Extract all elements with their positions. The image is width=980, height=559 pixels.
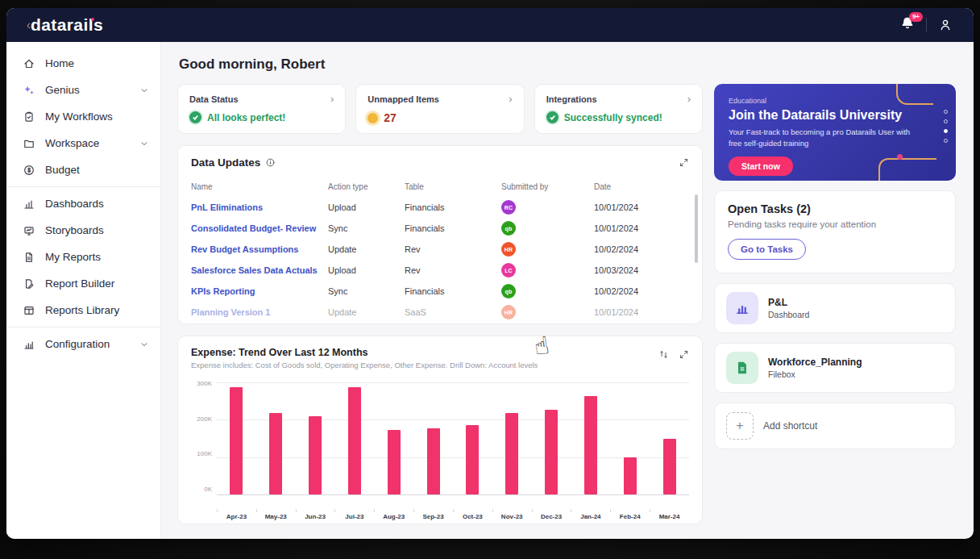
row-name-link[interactable]: Rev Budget Assumptions xyxy=(191,244,328,254)
row-name-link[interactable]: KPIs Reporting xyxy=(191,286,328,296)
expand-icon[interactable] xyxy=(679,157,689,168)
sidebar-item[interactable]: Home xyxy=(6,50,160,77)
user-profile-button[interactable] xyxy=(938,18,953,32)
row-table: Rev xyxy=(405,244,501,254)
plus-icon: + xyxy=(726,412,754,440)
sidebar-item-label: Report Builder xyxy=(45,277,114,290)
column-header[interactable]: Submitted by xyxy=(501,182,594,191)
reports-icon xyxy=(23,251,35,264)
sidebar-item[interactable]: Dashboards xyxy=(6,190,160,217)
chevron-down-icon[interactable] xyxy=(139,340,149,349)
bar-column[interactable] xyxy=(413,382,453,494)
carousel-dot[interactable] xyxy=(944,139,948,143)
bar-column[interactable] xyxy=(296,382,335,494)
chart-y-axis: 300K200K100K0K xyxy=(191,382,217,495)
chevron-right-icon[interactable]: › xyxy=(509,94,512,104)
row-name-link[interactable]: Planning Version 1 xyxy=(191,307,328,317)
row-date: 10/01/2024 xyxy=(594,202,681,212)
open-tasks-card: Open Tasks (2) Pending tasks require you… xyxy=(714,190,956,273)
table-row[interactable]: Planning Version 1 Update SaaS HR 10/01/… xyxy=(191,302,681,323)
sidebar-item[interactable]: Reports Library xyxy=(6,297,160,323)
table-row[interactable]: PnL Eliminations Upload Financials RC 10… xyxy=(191,197,681,218)
bar[interactable] xyxy=(663,439,676,495)
status-card-title: Integrations xyxy=(546,94,597,104)
chart-bars xyxy=(217,382,689,494)
table-row[interactable]: Salesforce Sales Data Actuals Upload Rev… xyxy=(191,260,681,281)
chevron-right-icon[interactable]: › xyxy=(330,94,334,104)
bar[interactable] xyxy=(624,457,637,494)
bar[interactable] xyxy=(466,425,479,494)
bar[interactable] xyxy=(545,410,558,494)
bar-column[interactable] xyxy=(374,382,413,494)
bar[interactable] xyxy=(309,416,322,494)
bar-column[interactable] xyxy=(453,382,492,494)
shortcut-card[interactable]: Workforce_Planning Filebox xyxy=(714,343,956,393)
sidebar-item[interactable]: Budget xyxy=(6,156,160,183)
bar-column[interactable] xyxy=(650,382,689,494)
avatar: qb xyxy=(501,284,516,298)
status-card[interactable]: Data Status › All looks perfect! xyxy=(177,84,346,134)
bar-column[interactable] xyxy=(571,382,610,494)
carousel-dot-active[interactable] xyxy=(944,129,948,133)
bar-column[interactable] xyxy=(217,382,256,494)
sidebar-item[interactable]: Report Builder xyxy=(6,270,160,297)
bar[interactable] xyxy=(230,387,243,494)
chevron-down-icon[interactable] xyxy=(139,139,149,148)
carousel-dot[interactable] xyxy=(944,110,948,114)
carousel-dot[interactable] xyxy=(944,119,948,123)
column-header[interactable]: Name xyxy=(191,182,328,191)
row-action-type: Sync xyxy=(328,286,405,296)
x-tick-label: Jan-24 xyxy=(571,513,610,520)
chevron-down-icon[interactable] xyxy=(139,86,149,95)
table-row[interactable]: KPIs Reporting Sync Financials qb 10/02/… xyxy=(191,281,681,302)
chevron-right-icon[interactable]: › xyxy=(687,94,691,104)
dashboards-icon xyxy=(23,198,35,211)
sidebar-item[interactable]: My Reports xyxy=(6,244,160,270)
info-icon[interactable] xyxy=(265,157,276,168)
status-card[interactable]: Integrations › Successfully synced! xyxy=(534,84,703,134)
notifications-button[interactable]: 9+ xyxy=(900,16,915,34)
column-header[interactable]: Action type xyxy=(328,182,405,191)
sidebar-item[interactable]: Genius xyxy=(6,77,160,103)
status-card[interactable]: Unmapped Items › 27 xyxy=(355,84,524,134)
bar-column[interactable] xyxy=(492,382,532,494)
bar[interactable] xyxy=(269,413,282,494)
sidebar-item[interactable]: Configuration xyxy=(6,331,160,357)
table-row[interactable]: Consolidated Budget- Review Sync Financi… xyxy=(191,218,681,239)
sidebar-item[interactable]: Storyboards xyxy=(6,217,160,244)
open-tasks-subtitle: Pending tasks require your attention xyxy=(728,219,942,229)
go-to-tasks-button[interactable]: Go to Tasks xyxy=(728,239,806,260)
bar-column[interactable] xyxy=(256,382,296,494)
table-row[interactable]: Rev Budget Assumptions Update Rev HR 10/… xyxy=(191,239,681,260)
shortcut-card[interactable]: P&L Dashboard xyxy=(714,283,956,333)
person-icon xyxy=(938,18,953,32)
row-name-link[interactable]: Consolidated Budget- Review xyxy=(191,223,328,233)
add-shortcut-button[interactable]: + Add shortcut xyxy=(714,403,956,449)
expand-icon[interactable] xyxy=(679,349,689,360)
table-row[interactable]: Cash Flow - Revenue Forecast Upload Cash… xyxy=(191,323,681,324)
bar-column[interactable] xyxy=(334,382,374,494)
table-scrollbar[interactable] xyxy=(695,194,698,263)
row-name-link[interactable]: Salesforce Sales Data Actuals xyxy=(191,265,328,275)
notification-badge: 9+ xyxy=(909,12,923,22)
status-text: All looks perfect! xyxy=(207,112,285,123)
warning-dot-icon xyxy=(368,113,378,123)
sidebar-item[interactable]: My Workflows xyxy=(6,103,160,130)
bar[interactable] xyxy=(584,396,597,494)
data-updates-title: Data Updates xyxy=(191,156,260,169)
datarails-logo[interactable]: datarails xyxy=(31,15,103,35)
start-now-button[interactable]: Start now xyxy=(729,156,793,176)
sidebar-item[interactable]: Workspace xyxy=(6,130,160,156)
bar[interactable] xyxy=(388,430,401,494)
column-header[interactable]: Date xyxy=(594,182,681,191)
column-header[interactable]: Table xyxy=(405,182,501,191)
chart-x-axis: Apr-23May-23Jun-23Jul-23Aug-23Sep-23Oct-… xyxy=(217,513,689,520)
bar[interactable] xyxy=(348,387,361,494)
bar-column[interactable] xyxy=(532,382,571,494)
row-name-link[interactable]: PnL Eliminations xyxy=(191,202,328,212)
bar-column[interactable] xyxy=(610,382,650,494)
bar[interactable] xyxy=(505,413,518,494)
switch-data-icon[interactable] xyxy=(658,349,669,360)
bar[interactable] xyxy=(427,428,440,494)
sidebar-item-label: Budget xyxy=(45,164,80,176)
